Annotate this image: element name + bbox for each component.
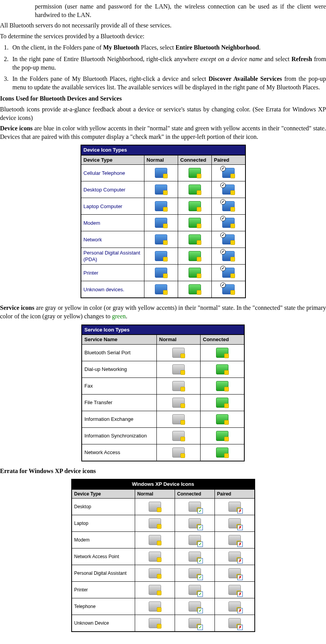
step-text: On the client, in the Folders pane of <box>12 44 103 51</box>
icon-cell <box>144 181 178 198</box>
table-row: Modem✓ <box>81 215 245 231</box>
icon-cell <box>144 198 178 215</box>
device-icon: ✓ <box>189 601 201 612</box>
icon-cell: ✓ <box>175 548 214 565</box>
device-icon: ✗ <box>228 585 241 595</box>
device-icon <box>149 535 161 545</box>
row-label: Network Access <box>82 444 157 461</box>
icon-cell <box>135 515 175 532</box>
table-header: Normal <box>144 155 178 165</box>
row-label: Desktop Computer <box>81 181 144 198</box>
device-icon: ✗ <box>228 518 241 528</box>
device-icon: ✓ <box>222 234 235 244</box>
icon-cell <box>201 378 245 394</box>
table-header: Normal <box>157 335 201 344</box>
table-row: Printer✓✗ <box>72 582 255 598</box>
row-label: Telephone <box>72 598 135 615</box>
device-icon <box>149 618 161 628</box>
table-caption: Windows XP Device Icons <box>71 479 255 489</box>
table-header: Device Type <box>72 489 135 499</box>
icon-cell: ✓ <box>175 598 214 615</box>
inline-green: green <box>112 313 126 319</box>
icon-cell <box>178 165 211 181</box>
icon-cell: ✓ <box>211 265 245 281</box>
row-label: Information Exchange <box>82 411 157 427</box>
icon-cell <box>178 215 211 231</box>
icon-cell: ✗ <box>214 582 255 598</box>
device-icon <box>216 414 228 424</box>
device-icon: ✗ <box>228 535 241 545</box>
device-icon <box>216 364 228 374</box>
device-icon-types-table: Device Icon Types Device TypeNormalConne… <box>81 145 246 298</box>
device-icon <box>172 414 185 424</box>
icon-cell: ✓ <box>211 165 245 181</box>
device-icon <box>216 381 228 391</box>
icon-cell <box>157 444 201 461</box>
device-icon: ✓ <box>222 218 235 228</box>
device-icon: ✓ <box>222 268 235 278</box>
table-row: Laptop Computer✓ <box>81 198 245 215</box>
icon-cell: ✓ <box>211 181 245 198</box>
step-bold: Entire Bluetooth Neighborhood <box>175 44 259 51</box>
icon-cell <box>157 361 201 378</box>
step-italic: except on a device name <box>200 56 263 62</box>
icon-cell <box>135 548 175 565</box>
row-label: Network <box>81 231 144 248</box>
table-row: Laptop✓✗ <box>72 515 255 532</box>
icon-cell <box>144 215 178 231</box>
table-header: Service Name <box>82 335 157 344</box>
icon-cell: ✗ <box>214 598 255 615</box>
icon-cell <box>201 444 245 461</box>
table-row: Printer✓ <box>81 265 245 281</box>
step-1: On the client, in the Folders pane of My… <box>10 43 326 52</box>
device-icon <box>155 251 167 261</box>
icon-cell <box>135 532 175 548</box>
table-row: Cellular Telephone✓ <box>81 165 245 181</box>
device-icon-types-figure: Device Icon Types Device TypeNormalConne… <box>0 145 326 298</box>
row-label: Personal Digital Assistant (PDA) <box>81 248 144 265</box>
device-icon <box>155 184 167 195</box>
row-label: Desktop <box>72 499 135 515</box>
table-row: Telephone✓✗ <box>72 598 255 615</box>
device-icon: ✓ <box>222 251 235 261</box>
icon-cell <box>157 394 201 411</box>
row-label: Modem <box>81 215 144 231</box>
step-3: In the Folders pane of My Bluetooth Plac… <box>10 75 326 91</box>
inline-text: are blue in color with yellow accents in… <box>0 125 326 140</box>
row-label: Modem <box>72 532 135 548</box>
device-icon <box>172 431 185 441</box>
device-icon: ✓ <box>189 502 201 512</box>
table-row: File Transfer <box>82 394 244 411</box>
step-bold: Refresh <box>292 56 312 62</box>
icon-cell: ✓ <box>175 515 214 532</box>
device-icon <box>189 201 201 211</box>
device-icon <box>189 218 201 228</box>
device-icon: ✓ <box>222 201 235 211</box>
row-label: Personal Digital Assistant <box>72 565 135 582</box>
icon-cell <box>201 344 245 361</box>
row-label: Unknown devices. <box>81 281 144 298</box>
table-row: Bluetooth Serial Port <box>82 344 244 361</box>
table-row: Desktop✓✗ <box>72 499 255 515</box>
icon-cell <box>144 281 178 298</box>
table-row: Dial-up Networking <box>82 361 244 378</box>
device-icon <box>155 201 167 211</box>
table-caption: Device Icon Types <box>81 145 246 155</box>
icon-cell <box>157 411 201 427</box>
table-row: Unknown Device✓✗ <box>72 615 255 632</box>
icon-cell <box>178 265 211 281</box>
device-icon <box>149 552 161 562</box>
windows-xp-icons-figure: Windows XP Device Icons Device TypeNorma… <box>0 479 326 632</box>
device-icon: ✓ <box>189 518 201 528</box>
device-icon <box>172 364 185 374</box>
body-paragraph: Bluetooth icons provide at-a-glance feed… <box>0 105 326 122</box>
row-label: Network Access Point <box>72 548 135 565</box>
body-paragraph: All Bluetooth servers do not necessarily… <box>0 21 326 30</box>
device-icon <box>216 448 228 458</box>
step-bold: Discover Available Services <box>208 75 282 82</box>
device-icon <box>155 218 167 228</box>
step-text: and select <box>263 56 292 62</box>
table-header: Paired <box>214 489 255 499</box>
icon-cell: ✓ <box>211 231 245 248</box>
device-icon <box>149 585 161 595</box>
